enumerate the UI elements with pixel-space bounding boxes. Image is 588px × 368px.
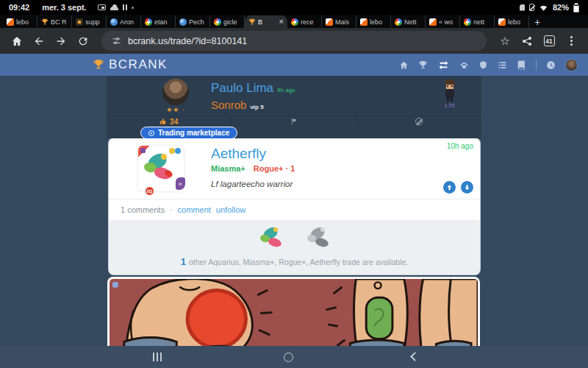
trade-info: Aetherfly Miasma+ Rogue+ · 1 Lf lagartee…	[211, 146, 295, 191]
posted-ago: 9h ago	[277, 87, 295, 93]
menu-icon[interactable]	[562, 32, 581, 51]
equip-badge: EQ	[146, 187, 154, 195]
block-icon	[415, 118, 423, 125]
tab-favicon-icon	[41, 18, 49, 26]
browser-tab[interactable]: rece	[287, 15, 322, 28]
trade-item[interactable]: Epic ≈ EQ Aetherfly Miasma+ Rogue+ · 1	[109, 138, 480, 199]
nav-shield-icon[interactable]	[478, 60, 488, 70]
bookmark-star-icon[interactable]: ☆	[495, 32, 514, 51]
browser-tab[interactable]: supp	[72, 15, 107, 28]
browser-tab[interactable]: Aron	[107, 15, 141, 28]
tab-label: nett	[473, 18, 490, 26]
site-nav	[399, 59, 578, 71]
tab-switcher-button[interactable]: 41	[539, 32, 559, 51]
upvote-button[interactable]	[443, 181, 456, 194]
android-home-icon[interactable]	[284, 353, 293, 362]
nav-trade-exchange-icon[interactable]	[437, 60, 450, 71]
back-button[interactable]	[29, 32, 49, 51]
trophy-icon	[93, 59, 104, 71]
tab-favicon-icon	[214, 18, 221, 26]
recents-icon[interactable]	[153, 353, 162, 361]
browser-tab[interactable]: lebo	[495, 15, 529, 28]
user-name[interactable]: Paulo Lima	[211, 81, 273, 96]
vote-buttons	[443, 181, 473, 194]
trade-description: Lf lagarteecho warrior	[211, 180, 295, 188]
tab-favicon-icon	[498, 18, 506, 26]
comment-link[interactable]: comment	[178, 205, 211, 214]
pixel-character: L70	[439, 79, 461, 109]
tab-label: gicle	[223, 18, 240, 26]
comments-count: 1 comments	[121, 205, 165, 214]
browser-tab[interactable]: etan	[141, 15, 176, 28]
nav-library-book-icon[interactable]	[517, 60, 526, 70]
new-tab-button[interactable]: +	[529, 15, 545, 28]
share-icon[interactable]	[517, 32, 537, 51]
address-bar[interactable]: bcrank.us/trade/?id=8100141	[101, 31, 487, 51]
marketplace-label: Trading marketplace	[158, 129, 229, 137]
flag-tab[interactable]	[231, 116, 356, 127]
tab-label: « wo	[439, 18, 456, 26]
browser-tab[interactable]: gicle	[210, 15, 245, 28]
trade-title[interactable]: Aetherfly	[211, 146, 295, 162]
browser-tab[interactable]: Mais	[322, 15, 356, 28]
tab-close-icon[interactable]: ×	[279, 18, 284, 26]
nav-world-clock-icon[interactable]	[546, 60, 556, 70]
browser-toolbar: bcrank.us/trade/?id=8100141 ☆ 41	[0, 28, 588, 54]
cloud-icon	[110, 7, 118, 10]
wifi-icon	[539, 4, 548, 12]
related-creature-gray-icon[interactable]	[304, 225, 333, 250]
likes-tab[interactable]: 34	[107, 116, 231, 127]
marketplace-row: Trading marketplace	[107, 127, 481, 138]
tab-label: Nett	[404, 18, 421, 26]
user-avatar[interactable]	[162, 79, 189, 105]
android-back-icon[interactable]	[410, 352, 420, 361]
site-settings-icon[interactable]	[112, 36, 121, 46]
browser-tab[interactable]: « wo	[426, 15, 460, 28]
reload-button[interactable]	[74, 32, 93, 51]
tab-label: Aron	[120, 18, 137, 26]
system-icons: 82%	[520, 3, 579, 13]
tab-favicon-icon	[464, 18, 471, 26]
header-user-avatar[interactable]	[565, 59, 578, 71]
browser-tab[interactable]: Nett	[391, 15, 426, 28]
nav-ranking-list-icon[interactable]	[498, 60, 507, 70]
flag-icon	[290, 118, 298, 125]
browser-tab[interactable]: Pech	[176, 15, 210, 28]
character-sprite	[443, 79, 456, 102]
browser-tab[interactable]: B ×	[245, 15, 287, 28]
unfollow-link[interactable]: unfollow	[216, 205, 245, 214]
tab-favicon-icon	[76, 18, 83, 26]
related-trades-text: 1other Aquarius, Miasma+, Rogue+, Aether…	[109, 256, 480, 267]
nav-home-icon[interactable]	[399, 60, 409, 70]
pause-icon	[123, 4, 127, 10]
username[interactable]: Sonrob	[211, 99, 246, 111]
browser-tab[interactable]: nett	[460, 15, 495, 28]
marketplace-icon	[148, 130, 154, 136]
related-creature-color-icon[interactable]	[257, 225, 286, 250]
forward-button[interactable]	[51, 32, 71, 51]
tab-favicon-icon	[291, 18, 298, 26]
android-screen: 09:42 mer. 3 sept. 82% lebo BC R supp Ar…	[0, 0, 588, 368]
tab-favicon-icon	[248, 18, 256, 26]
tab-label: BC R	[51, 18, 68, 26]
comic-image[interactable]	[107, 277, 480, 346]
separator-dot: ·	[170, 205, 173, 214]
nav-divider	[536, 60, 537, 70]
downvote-button[interactable]	[461, 181, 473, 194]
clock: 09:42	[9, 3, 29, 12]
profile-panel: ★★ · Paulo Lima 9h ago Sonrob vip 5	[107, 76, 481, 116]
tab-label: rece	[301, 18, 318, 26]
creature-thumbnail[interactable]: Epic ≈ EQ	[138, 146, 184, 191]
home-button[interactable]	[7, 32, 26, 51]
browser-tab[interactable]: BC R	[37, 15, 72, 28]
nav-trophy-icon[interactable]	[418, 60, 428, 70]
browser-tab[interactable]: lebo	[3, 15, 37, 28]
trading-marketplace-button[interactable]: Trading marketplace	[140, 127, 237, 139]
content-column: ★★ · Paulo Lima 9h ago Sonrob vip 5	[107, 76, 481, 346]
browser-tab[interactable]: lebo	[356, 15, 391, 28]
site-logo[interactable]: BCRANK	[93, 57, 168, 72]
nav-pets-paw-icon[interactable]	[459, 60, 469, 70]
block-tab[interactable]	[356, 116, 481, 127]
tab-label: supp	[85, 18, 102, 26]
status-bar: 09:42 mer. 3 sept. 82%	[0, 0, 588, 15]
